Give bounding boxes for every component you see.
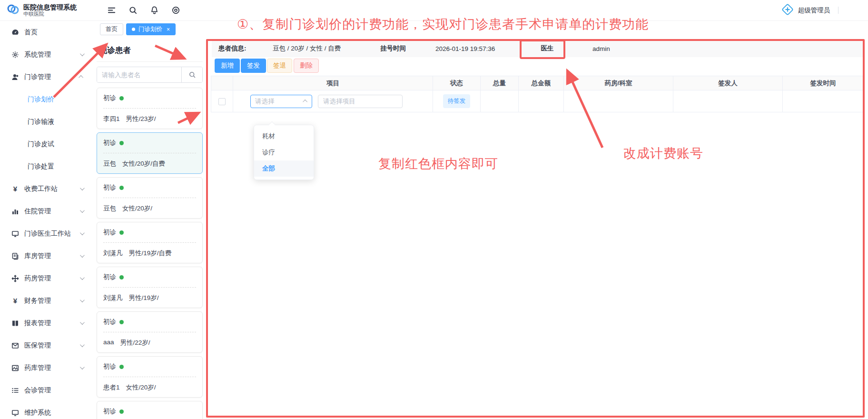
row-checkbox[interactable] <box>218 98 226 105</box>
notifications-bell-icon[interactable] <box>150 6 159 15</box>
sidebar-item-charging-station[interactable]: ¥ 收费工作站 <box>0 178 93 200</box>
patient-card[interactable]: 初诊 患者1女性/20岁/ <box>97 356 203 398</box>
visit-type-label: 初诊 <box>103 407 116 416</box>
patient-card[interactable]: 初诊 李四1男性/23岁/ <box>97 88 203 129</box>
sidebar-item-label: 门诊医生工作站 <box>24 229 71 238</box>
sidebar-item-label: 门诊处置 <box>28 162 54 171</box>
patient-search-button[interactable] <box>181 67 202 82</box>
sidebar-item-label: 库房管理 <box>24 252 51 260</box>
sidebar-item-system-mgmt[interactable]: 系统管理 <box>0 43 93 66</box>
patient-card-selected[interactable]: 初诊 豆包女性/20岁/自费 <box>97 132 203 174</box>
sidebar-item-outpatient-disposal[interactable]: 门诊处置 <box>0 155 93 178</box>
column-status: 状态 <box>433 76 481 90</box>
sidebar-item-label: 系统管理 <box>24 50 51 59</box>
sidebar-item-drug-storage-mgmt[interactable]: 药库管理 <box>0 357 93 379</box>
settings-icon[interactable] <box>171 6 180 15</box>
sidebar-item-outpatient-infusion[interactable]: 门诊输液 <box>0 110 93 133</box>
sidebar-item-label: 门诊输液 <box>28 118 54 126</box>
sidebar-item-label: 收费工作站 <box>24 185 58 193</box>
dropdown-option-consumable[interactable]: 耗材 <box>254 128 314 144</box>
patient-search-input[interactable] <box>97 67 181 82</box>
patient-meta: 女性/20岁/自费 <box>122 160 165 168</box>
yen-icon: ¥ <box>11 297 19 305</box>
status-badge: 待签发 <box>443 94 471 108</box>
status-dot-icon <box>119 275 124 279</box>
patient-card[interactable]: 初诊 刘潇凡男性/19岁/自费 <box>97 222 203 263</box>
patient-meta: 女性/20岁/ <box>122 204 152 213</box>
registration-time-value: 2026-01-19 19:57:36 <box>435 45 495 52</box>
chevron-down-icon <box>80 320 85 325</box>
sidebar-item-outpatient-doctor-station[interactable]: 门诊医生工作站 <box>0 222 93 245</box>
visit-type-label: 初诊 <box>103 94 116 102</box>
sidebar-item-home[interactable]: 首页 <box>0 21 93 43</box>
patient-meta: 男性/19岁/ <box>129 294 159 302</box>
sidebar-item-outpatient-pricing[interactable]: 门诊划价 <box>0 88 93 110</box>
yen-icon: ¥ <box>11 185 19 193</box>
sidebar-item-inpatient-mgmt[interactable]: 住院管理 <box>0 200 93 222</box>
sidebar-item-label: 门诊管理 <box>24 73 51 81</box>
chevron-down-icon <box>80 51 85 56</box>
chevron-down-icon <box>80 365 85 369</box>
app-logo-icon <box>7 3 20 18</box>
sidebar-item-maintenance-system[interactable]: 维护系统 <box>0 401 93 419</box>
dropdown-option-treatment[interactable]: 诊疗 <box>254 144 314 160</box>
tab-close-icon[interactable]: × <box>167 27 170 32</box>
visit-type-label: 初诊 <box>103 318 116 326</box>
patient-card[interactable]: 初诊 <box>97 401 203 419</box>
sidebar-item-warehouse-mgmt[interactable]: 库房管理 <box>0 245 93 267</box>
user-avatar-icon[interactable] <box>781 3 794 18</box>
column-dept: 药房/科室 <box>564 76 673 90</box>
visit-type-label: 初诊 <box>103 139 116 147</box>
status-dot-icon <box>119 230 124 235</box>
user-role-label[interactable]: 超级管理员 <box>798 6 830 15</box>
sidebar-item-outpatient-skintest[interactable]: 门诊皮试 <box>0 133 93 155</box>
sidebar-item-consultation-mgmt[interactable]: 会诊管理 <box>0 379 93 401</box>
column-item: 项目 <box>233 76 433 90</box>
status-dot-icon <box>119 96 124 100</box>
tab-home-label: 首页 <box>106 25 118 33</box>
app-subtitle: 中联医院 <box>23 11 77 17</box>
column-checkbox <box>211 76 233 90</box>
tab-active-dot-icon <box>132 28 135 31</box>
collapse-menu-icon[interactable] <box>107 6 116 15</box>
patient-name: 豆包 <box>103 204 116 213</box>
tab-home[interactable]: 首页 <box>100 23 123 35</box>
patient-name: 豆包 <box>103 160 116 168</box>
app-title: 医院信息管理系统 <box>23 3 77 11</box>
brand: 医院信息管理系统 中联医院 <box>0 3 93 18</box>
issuer-cell <box>673 90 783 112</box>
sidebar-item-label: 药库管理 <box>24 364 51 372</box>
chevron-down-icon <box>80 275 85 280</box>
patient-card[interactable]: 初诊 aaa男性/22岁/ <box>97 311 203 353</box>
sidebar-item-label: 维护系统 <box>24 409 51 417</box>
sign-out-button[interactable]: 签退 <box>267 59 292 73</box>
item-type-select[interactable]: 请选择 <box>250 95 312 108</box>
sidebar-item-label: 门诊划价 <box>28 95 54 104</box>
sidebar-item-outpatient-mgmt[interactable]: 门诊管理 <box>0 66 93 88</box>
visit-type-label: 初诊 <box>103 183 116 192</box>
tab-strip: 首页 门诊划价 × <box>93 21 868 39</box>
sidebar-item-finance-mgmt[interactable]: ¥ 财务管理 <box>0 289 93 312</box>
column-total: 总量 <box>481 76 519 90</box>
patient-search <box>97 67 203 83</box>
patient-card[interactable]: 初诊 刘潇凡男性/19岁/ <box>97 267 203 308</box>
sign-issue-button[interactable]: 签发 <box>241 59 266 73</box>
dropdown-option-all[interactable]: 全部 <box>254 160 314 177</box>
patient-name: 患者1 <box>103 383 120 392</box>
tab-outpatient-pricing[interactable]: 门诊划价 × <box>126 23 176 35</box>
add-button[interactable]: 新增 <box>215 59 240 73</box>
sidebar-item-report-mgmt[interactable]: 报表管理 <box>0 312 93 334</box>
header-divider <box>838 7 838 14</box>
sidebar-item-insurance-mgmt[interactable]: 医保管理 <box>0 334 93 357</box>
patient-card[interactable]: 初诊 豆包女性/20岁/ <box>97 177 203 219</box>
tab-active-label: 门诊划价 <box>138 25 162 33</box>
patient-name: 李四1 <box>103 115 120 123</box>
item-search-input[interactable] <box>318 95 403 108</box>
chevron-down-icon <box>80 298 85 302</box>
sidebar-item-pharmacy-mgmt[interactable]: 药房管理 <box>0 267 93 289</box>
chevron-down-icon <box>80 253 85 258</box>
search-icon[interactable] <box>128 6 138 15</box>
delete-button[interactable]: 删除 <box>294 59 319 73</box>
patient-info-bar: 患者信息: 豆包 / 20岁 / 女性 / 自费 挂号时间 2026-01-19… <box>212 40 864 57</box>
table-row: 请选择 待签发 <box>211 90 864 112</box>
